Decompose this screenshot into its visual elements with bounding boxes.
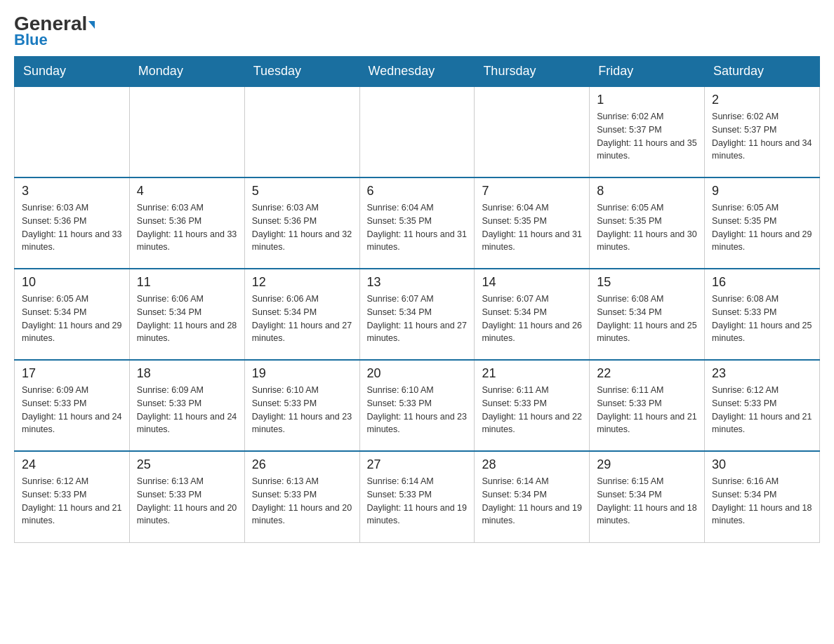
calendar-day-cell: 22Sunrise: 6:11 AM Sunset: 5:33 PM Dayli… bbox=[590, 360, 705, 451]
day-info: Sunrise: 6:05 AM Sunset: 5:35 PM Dayligh… bbox=[597, 201, 697, 254]
calendar-week-row: 3Sunrise: 6:03 AM Sunset: 5:36 PM Daylig… bbox=[15, 177, 820, 269]
day-info: Sunrise: 6:06 AM Sunset: 5:34 PM Dayligh… bbox=[252, 293, 352, 345]
day-number: 24 bbox=[22, 457, 122, 472]
calendar-header-row: SundayMondayTuesdayWednesdayThursdayFrid… bbox=[15, 57, 820, 87]
day-number: 16 bbox=[712, 275, 812, 290]
calendar-day-cell: 6Sunrise: 6:04 AM Sunset: 5:35 PM Daylig… bbox=[359, 177, 475, 269]
calendar-day-cell: 29Sunrise: 6:15 AM Sunset: 5:34 PM Dayli… bbox=[590, 451, 705, 542]
calendar-day-cell: 30Sunrise: 6:16 AM Sunset: 5:34 PM Dayli… bbox=[705, 451, 820, 542]
calendar-day-cell: 15Sunrise: 6:08 AM Sunset: 5:34 PM Dayli… bbox=[590, 269, 705, 360]
calendar-day-cell bbox=[15, 86, 130, 177]
calendar-day-cell: 19Sunrise: 6:10 AM Sunset: 5:33 PM Dayli… bbox=[244, 360, 359, 451]
calendar-day-cell: 4Sunrise: 6:03 AM Sunset: 5:36 PM Daylig… bbox=[129, 177, 244, 269]
day-info: Sunrise: 6:11 AM Sunset: 5:33 PM Dayligh… bbox=[597, 384, 697, 436]
day-number: 30 bbox=[712, 457, 812, 472]
day-info: Sunrise: 6:14 AM Sunset: 5:34 PM Dayligh… bbox=[482, 475, 582, 528]
day-number: 14 bbox=[482, 275, 582, 290]
day-number: 29 bbox=[597, 457, 697, 472]
day-info: Sunrise: 6:04 AM Sunset: 5:35 PM Dayligh… bbox=[482, 201, 582, 254]
day-info: Sunrise: 6:12 AM Sunset: 5:33 PM Dayligh… bbox=[712, 384, 812, 436]
calendar-day-cell bbox=[359, 86, 475, 177]
logo: General Blue bbox=[14, 14, 95, 49]
day-info: Sunrise: 6:06 AM Sunset: 5:34 PM Dayligh… bbox=[137, 293, 237, 345]
day-number: 27 bbox=[367, 457, 468, 472]
day-number: 5 bbox=[252, 184, 352, 199]
day-info: Sunrise: 6:04 AM Sunset: 5:35 PM Dayligh… bbox=[367, 201, 468, 254]
day-info: Sunrise: 6:11 AM Sunset: 5:33 PM Dayligh… bbox=[482, 384, 582, 436]
day-number: 19 bbox=[252, 366, 352, 381]
calendar-day-cell: 28Sunrise: 6:14 AM Sunset: 5:34 PM Dayli… bbox=[475, 451, 590, 542]
day-info: Sunrise: 6:02 AM Sunset: 5:37 PM Dayligh… bbox=[597, 110, 697, 163]
day-info: Sunrise: 6:07 AM Sunset: 5:34 PM Dayligh… bbox=[482, 293, 582, 345]
day-of-week-header: Monday bbox=[129, 57, 244, 87]
day-info: Sunrise: 6:08 AM Sunset: 5:34 PM Dayligh… bbox=[597, 293, 697, 345]
calendar-day-cell: 3Sunrise: 6:03 AM Sunset: 5:36 PM Daylig… bbox=[15, 177, 130, 269]
calendar-day-cell: 17Sunrise: 6:09 AM Sunset: 5:33 PM Dayli… bbox=[15, 360, 130, 451]
day-info: Sunrise: 6:13 AM Sunset: 5:33 PM Dayligh… bbox=[137, 475, 237, 528]
day-info: Sunrise: 6:05 AM Sunset: 5:35 PM Dayligh… bbox=[712, 201, 812, 254]
day-info: Sunrise: 6:09 AM Sunset: 5:33 PM Dayligh… bbox=[22, 384, 122, 436]
calendar-day-cell: 1Sunrise: 6:02 AM Sunset: 5:37 PM Daylig… bbox=[590, 86, 705, 177]
day-number: 4 bbox=[137, 184, 237, 199]
day-number: 26 bbox=[252, 457, 352, 472]
calendar-day-cell: 8Sunrise: 6:05 AM Sunset: 5:35 PM Daylig… bbox=[590, 177, 705, 269]
day-number: 17 bbox=[22, 366, 122, 381]
calendar-day-cell: 18Sunrise: 6:09 AM Sunset: 5:33 PM Dayli… bbox=[129, 360, 244, 451]
day-number: 8 bbox=[597, 184, 697, 199]
calendar-day-cell: 27Sunrise: 6:14 AM Sunset: 5:33 PM Dayli… bbox=[359, 451, 475, 542]
day-info: Sunrise: 6:02 AM Sunset: 5:37 PM Dayligh… bbox=[712, 110, 812, 163]
day-info: Sunrise: 6:03 AM Sunset: 5:36 PM Dayligh… bbox=[137, 201, 237, 254]
day-of-week-header: Tuesday bbox=[244, 57, 359, 87]
calendar-day-cell: 20Sunrise: 6:10 AM Sunset: 5:33 PM Dayli… bbox=[359, 360, 475, 451]
calendar-day-cell: 2Sunrise: 6:02 AM Sunset: 5:37 PM Daylig… bbox=[705, 86, 820, 177]
calendar-table: SundayMondayTuesdayWednesdayThursdayFrid… bbox=[14, 56, 820, 543]
day-info: Sunrise: 6:14 AM Sunset: 5:33 PM Dayligh… bbox=[367, 475, 468, 528]
calendar-day-cell: 21Sunrise: 6:11 AM Sunset: 5:33 PM Dayli… bbox=[475, 360, 590, 451]
day-number: 22 bbox=[597, 366, 697, 381]
calendar-day-cell: 26Sunrise: 6:13 AM Sunset: 5:33 PM Dayli… bbox=[244, 451, 359, 542]
day-number: 23 bbox=[712, 366, 812, 381]
day-info: Sunrise: 6:15 AM Sunset: 5:34 PM Dayligh… bbox=[597, 475, 697, 528]
calendar-day-cell: 24Sunrise: 6:12 AM Sunset: 5:33 PM Dayli… bbox=[15, 451, 130, 542]
page-header: General Blue bbox=[14, 14, 820, 49]
day-number: 28 bbox=[482, 457, 582, 472]
day-number: 1 bbox=[597, 93, 697, 107]
day-info: Sunrise: 6:03 AM Sunset: 5:36 PM Dayligh… bbox=[252, 201, 352, 254]
calendar-day-cell: 7Sunrise: 6:04 AM Sunset: 5:35 PM Daylig… bbox=[475, 177, 590, 269]
day-number: 10 bbox=[22, 275, 122, 290]
day-info: Sunrise: 6:05 AM Sunset: 5:34 PM Dayligh… bbox=[22, 293, 122, 345]
calendar-week-row: 10Sunrise: 6:05 AM Sunset: 5:34 PM Dayli… bbox=[15, 269, 820, 360]
calendar-day-cell: 12Sunrise: 6:06 AM Sunset: 5:34 PM Dayli… bbox=[244, 269, 359, 360]
calendar-day-cell: 13Sunrise: 6:07 AM Sunset: 5:34 PM Dayli… bbox=[359, 269, 475, 360]
calendar-day-cell: 10Sunrise: 6:05 AM Sunset: 5:34 PM Dayli… bbox=[15, 269, 130, 360]
calendar-week-row: 17Sunrise: 6:09 AM Sunset: 5:33 PM Dayli… bbox=[15, 360, 820, 451]
day-number: 7 bbox=[482, 184, 582, 199]
calendar-day-cell: 11Sunrise: 6:06 AM Sunset: 5:34 PM Dayli… bbox=[129, 269, 244, 360]
day-number: 13 bbox=[367, 275, 468, 290]
day-info: Sunrise: 6:12 AM Sunset: 5:33 PM Dayligh… bbox=[22, 475, 122, 528]
day-of-week-header: Saturday bbox=[705, 57, 820, 87]
calendar-day-cell: 25Sunrise: 6:13 AM Sunset: 5:33 PM Dayli… bbox=[129, 451, 244, 542]
calendar-day-cell: 23Sunrise: 6:12 AM Sunset: 5:33 PM Dayli… bbox=[705, 360, 820, 451]
day-number: 15 bbox=[597, 275, 697, 290]
day-info: Sunrise: 6:08 AM Sunset: 5:33 PM Dayligh… bbox=[712, 293, 812, 345]
day-number: 25 bbox=[137, 457, 237, 472]
day-info: Sunrise: 6:03 AM Sunset: 5:36 PM Dayligh… bbox=[22, 201, 122, 254]
day-number: 11 bbox=[137, 275, 237, 290]
calendar-day-cell bbox=[244, 86, 359, 177]
day-number: 18 bbox=[137, 366, 237, 381]
logo-blue: Blue bbox=[14, 31, 48, 49]
calendar-day-cell bbox=[129, 86, 244, 177]
day-number: 12 bbox=[252, 275, 352, 290]
day-number: 20 bbox=[367, 366, 468, 381]
day-info: Sunrise: 6:13 AM Sunset: 5:33 PM Dayligh… bbox=[252, 475, 352, 528]
calendar-week-row: 24Sunrise: 6:12 AM Sunset: 5:33 PM Dayli… bbox=[15, 451, 820, 542]
calendar-week-row: 1Sunrise: 6:02 AM Sunset: 5:37 PM Daylig… bbox=[15, 86, 820, 177]
day-number: 21 bbox=[482, 366, 582, 381]
day-info: Sunrise: 6:07 AM Sunset: 5:34 PM Dayligh… bbox=[367, 293, 468, 345]
day-of-week-header: Sunday bbox=[15, 57, 130, 87]
calendar-day-cell bbox=[475, 86, 590, 177]
calendar-day-cell: 5Sunrise: 6:03 AM Sunset: 5:36 PM Daylig… bbox=[244, 177, 359, 269]
day-of-week-header: Thursday bbox=[475, 57, 590, 87]
day-number: 3 bbox=[22, 184, 122, 199]
